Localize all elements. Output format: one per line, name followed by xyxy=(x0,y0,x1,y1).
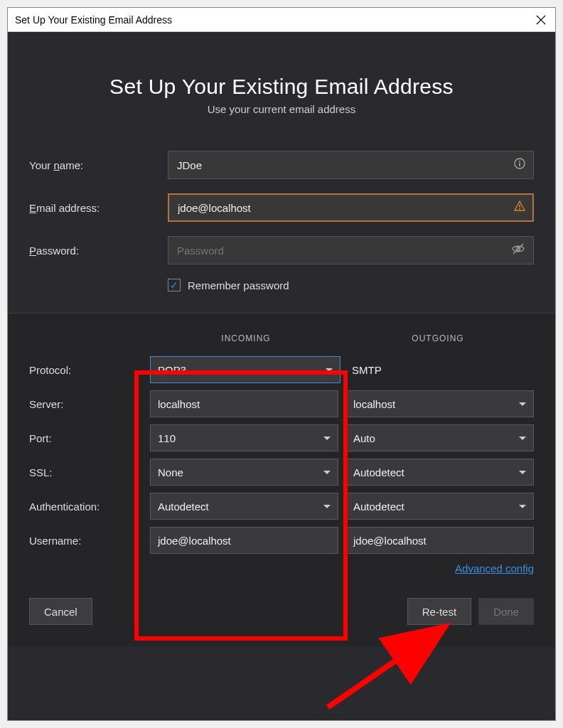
advanced-row: Advanced config xyxy=(29,562,534,575)
column-headers: INCOMING OUTGOING xyxy=(150,333,534,343)
incoming-auth-select[interactable]: Autodetect xyxy=(150,493,338,520)
remember-label: Remember password xyxy=(188,279,289,291)
incoming-ssl-select[interactable]: None xyxy=(150,459,338,486)
outgoing-port-select[interactable]: Auto xyxy=(345,424,534,451)
server-section: INCOMING OUTGOING Protocol: POP3 SMTP Se… xyxy=(8,313,555,582)
svg-rect-4 xyxy=(519,163,520,166)
email-input[interactable] xyxy=(168,193,534,222)
incoming-username-input[interactable]: jdoe@localhost xyxy=(150,527,338,554)
cancel-button[interactable]: Cancel xyxy=(29,598,92,625)
advanced-config-link[interactable]: Advanced config xyxy=(455,562,534,574)
protocol-label: Protocol: xyxy=(29,364,150,376)
content-area: Set Up Your Existing Email Address Use y… xyxy=(8,32,555,720)
name-input[interactable] xyxy=(168,151,534,179)
upper-form: Set Up Your Existing Email Address Use y… xyxy=(8,32,555,313)
incoming-port-select[interactable]: 110 xyxy=(150,424,338,451)
outgoing-protocol-value: SMTP xyxy=(348,356,534,383)
outgoing-auth-select[interactable]: Autodetect xyxy=(345,493,534,520)
row-email: Email address: xyxy=(29,193,534,222)
retest-button[interactable]: Re-test xyxy=(407,598,471,625)
row-password: Password: xyxy=(29,236,534,264)
dialog-window: Set Up Your Existing Email Address Set U… xyxy=(7,7,556,721)
ssl-label: SSL: xyxy=(29,466,150,478)
incoming-server-input[interactable]: localhost xyxy=(150,390,338,417)
svg-line-8 xyxy=(513,244,523,254)
footer: Cancel Re-test Done xyxy=(8,582,555,646)
page-title: Set Up Your Existing Email Address xyxy=(29,75,534,99)
window-title: Set Up Your Existing Email Address xyxy=(15,14,534,26)
remember-row: ✓ Remember password xyxy=(168,279,534,291)
done-button[interactable]: Done xyxy=(478,598,534,625)
server-label: Server: xyxy=(29,398,150,410)
outgoing-ssl-select[interactable]: Autodetect xyxy=(345,459,534,486)
header-outgoing: OUTGOING xyxy=(342,333,534,343)
outgoing-server-select[interactable]: localhost xyxy=(345,390,534,417)
svg-point-3 xyxy=(519,161,520,162)
svg-point-6 xyxy=(519,208,520,210)
header-incoming: INCOMING xyxy=(150,333,342,343)
outgoing-username-input[interactable]: jdoe@localhost xyxy=(345,527,534,554)
eye-off-icon[interactable] xyxy=(511,242,525,259)
name-label: Your name: xyxy=(29,159,168,171)
incoming-protocol-select[interactable]: POP3 xyxy=(150,356,341,383)
close-button[interactable] xyxy=(534,13,548,27)
auth-label: Authentication: xyxy=(29,500,150,513)
email-label: Email address: xyxy=(29,202,168,214)
password-label: Password: xyxy=(29,245,168,257)
titlebar: Set Up Your Existing Email Address xyxy=(8,8,555,32)
warning-icon xyxy=(514,200,525,215)
row-name: Your name: xyxy=(29,151,534,179)
port-label: Port: xyxy=(29,432,150,444)
info-icon xyxy=(514,158,525,172)
password-input[interactable] xyxy=(168,236,534,264)
subtitle: Use your current email address xyxy=(29,103,534,115)
close-icon xyxy=(536,15,546,25)
svg-rect-5 xyxy=(519,205,520,208)
remember-checkbox[interactable]: ✓ xyxy=(168,279,181,291)
username-label: Username: xyxy=(29,535,150,547)
